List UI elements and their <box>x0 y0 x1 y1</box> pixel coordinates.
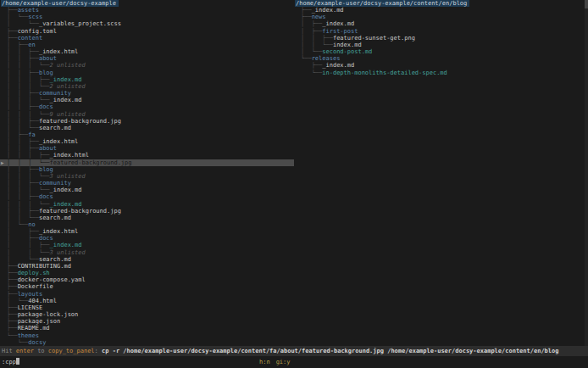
tree-row-3-unlisted[interactable]: │ │ │ └──3 unlisted <box>0 173 294 180</box>
tree-row-index-md[interactable]: │ │ │ └──_index.md <box>0 187 294 193</box>
node-label: themes <box>18 332 39 339</box>
tree-row-docs[interactable]: │ ├──docs <box>0 235 294 242</box>
tree-row-search-md[interactable]: │ │ └──search.md <box>0 125 294 131</box>
tree-row-index-md[interactable]: │ │ ├──_index.md <box>0 242 294 248</box>
tree-row-community[interactable]: │ │ ├──community <box>0 90 294 97</box>
tree-row-en[interactable]: │ ├──en <box>0 42 294 48</box>
tree-row-second-post-md[interactable]: │ └──second-post.md <box>294 48 585 55</box>
tree-row-featured-background-jpg[interactable]: │ │ ├──featured-background.jpg <box>0 208 294 215</box>
tree-row-404-html[interactable]: │ └──404.html <box>0 298 294 304</box>
node-label: _variables_project.scss <box>39 20 121 27</box>
tree-row-featured-background-jpg[interactable]: ▶│ │ │ └──featured-background.jpg <box>0 159 294 166</box>
tree-branch: ├── <box>301 7 312 14</box>
tree-branch: │ └── <box>7 20 39 27</box>
tree-row-index-html[interactable]: │ │ ├──_index.html <box>0 138 294 145</box>
tree-row-featured-background-jpg[interactable]: │ │ ├──featured-background.jpg <box>0 118 294 125</box>
status-command-preview: cp -r /home/example-user/docsy-example/c… <box>102 348 558 354</box>
tree-row-first-post[interactable]: │ ├──first-post <box>294 28 585 35</box>
tree-row-about[interactable]: │ │ ├──about <box>0 145 294 152</box>
node-label: _index.md <box>50 76 82 83</box>
tree-row-2-unlisted[interactable]: │ │ │ └──2 unlisted <box>0 62 294 69</box>
tree-row-releases[interactable]: └──releases <box>294 55 585 62</box>
tree-row-in-depth-monoliths-detailed-spec-md[interactable]: └──in-depth-monoliths-detailed-spec.md <box>294 70 585 76</box>
tree-branch: └── <box>301 70 322 76</box>
tree-row-layouts[interactable]: ├──layouts <box>0 291 294 298</box>
node-label: en <box>28 42 35 48</box>
tree-row-index-md[interactable]: │ │ │ └──_index.md <box>0 97 294 103</box>
left-panel-header: /home/example-user/docsy-example <box>0 0 294 7</box>
tree-row-news[interactable]: ├──news <box>294 14 585 20</box>
tree-row-package-lock-json[interactable]: ├──package-lock.json <box>0 311 294 318</box>
tree-branch: │ │ │ └── <box>7 97 50 103</box>
tree-row-docker-compose-yaml[interactable]: ├──docker-compose.yaml <box>0 276 294 283</box>
node-label: 3 unlisted <box>50 173 86 180</box>
tree-row-index-html[interactable]: │ │ ├──_index.html <box>0 48 294 55</box>
tree-row-index-md[interactable]: ├──_index.md <box>294 62 585 69</box>
right-panel-tree: /home/example-user/docsy-example/content… <box>294 0 585 76</box>
tree-branch: │ │ └── <box>7 215 39 221</box>
tree-row-blog[interactable]: │ │ ├──blog <box>0 70 294 76</box>
tree-row-about[interactable]: │ │ ├──about <box>0 55 294 62</box>
tree-row-index-md[interactable]: │ ├──_index.md <box>294 20 585 27</box>
node-label: _index.md <box>322 62 354 69</box>
tree-row-index-md[interactable]: ├──_index.md <box>294 7 585 14</box>
node-label: second-post.md <box>322 48 372 55</box>
node-label: news <box>312 14 326 20</box>
tree-row-content[interactable]: ├──content <box>0 35 294 42</box>
tree-row-dockerfile[interactable]: ├──Dockerfile <box>0 283 294 290</box>
tree-row-featured-sunset-get-png[interactable]: │ │ ├──featured-sunset-get.png <box>294 35 585 42</box>
tree-row-blog[interactable]: │ │ ├──blog <box>0 166 294 173</box>
tree-row-assets[interactable]: ├──assets <box>0 7 294 14</box>
tree-branch: │ └── <box>301 48 322 55</box>
tree-row-index-md[interactable]: │ │ └──index.md <box>294 42 585 48</box>
left-panel-path: /home/example-user/docsy-example <box>1 0 119 7</box>
tree-row-fa[interactable]: │ ├──fa <box>0 131 294 138</box>
tree-row-search-md[interactable]: │ │ └──search.md <box>0 215 294 221</box>
node-label: content <box>18 35 43 42</box>
tree-branch: │ │ ├── <box>7 90 39 97</box>
tree-branch: │ │ │ └── <box>7 159 50 166</box>
tree-branch: │ │ │ └── <box>7 187 50 193</box>
tree-row-package-json[interactable]: ├──package.json <box>0 318 294 325</box>
node-label: featured-sunset-get.png <box>333 35 415 42</box>
tree-row-docs[interactable]: │ │ ├──docs <box>0 193 294 200</box>
tree-row-config-toml[interactable]: ├──config.toml <box>0 28 294 35</box>
tree-branch: ├── <box>7 28 18 35</box>
node-label: docs <box>39 103 53 110</box>
tree-row-variables-project-scss[interactable]: │ └──_variables_project.scss <box>0 20 294 27</box>
tree-row-index-html[interactable]: │ │ │ ├──_index.html <box>0 152 294 159</box>
tree-row-docs[interactable]: │ │ ├──docs <box>0 103 294 110</box>
tree-branch: │ └── <box>7 298 28 304</box>
tree-row-deploy-sh[interactable]: ├──deploy.sh <box>0 270 294 276</box>
node-label: about <box>39 145 57 152</box>
tree-row-community[interactable]: │ │ ├──community <box>0 180 294 187</box>
tree-row-license[interactable]: ├──LICENSE <box>0 304 294 311</box>
command-input[interactable]: :cpp <box>0 356 296 368</box>
tree-row-contributing-md[interactable]: ├──CONTRIBUTING.md <box>0 263 294 270</box>
tree-row-9-unlisted[interactable]: │ │ │ └──9 unlisted <box>0 111 294 118</box>
tree-branch: │ │ ├── <box>7 70 39 76</box>
tree-row-3-unlisted[interactable]: │ │ └──3 unlisted <box>0 249 294 256</box>
node-label: 3 unlisted <box>50 249 86 256</box>
tree-branch: ├── <box>7 325 18 332</box>
tree-row-2-unlisted[interactable]: │ │ │ └──2 unlisted <box>0 83 294 90</box>
node-label: _index.md <box>312 7 344 14</box>
tree-branch: │ ├── <box>7 131 28 138</box>
tree-branch: │ │ ├── <box>7 103 39 110</box>
tree-row-scss[interactable]: │ └──scss <box>0 14 294 20</box>
tree-row-index-md[interactable]: │ │ │ ├──_index.md <box>0 76 294 83</box>
tree-row-readme-md[interactable]: ├──README.md <box>0 325 294 332</box>
tree-branch: │ │ │ ├── <box>7 152 50 159</box>
node-label: about <box>39 55 57 62</box>
node-label: 404.html <box>28 298 57 304</box>
tree-row-index-html[interactable]: │ ├──_index.html <box>0 228 294 235</box>
scrollbar-track[interactable] <box>585 0 588 346</box>
tree-row-search-md[interactable]: │ └──search.md <box>0 256 294 263</box>
tree-row-docsy[interactable]: └──docsy <box>0 339 294 346</box>
scrollbar-thumb[interactable] <box>585 0 588 8</box>
tree-row-themes[interactable]: └──themes <box>0 332 294 339</box>
status-hint-to: to <box>34 348 48 354</box>
tree-row-index-md[interactable]: │ │ │ └──_index.md <box>0 201 294 208</box>
left-panel-tree: /home/example-user/docsy-example ├──asse… <box>0 0 294 346</box>
tree-row-no[interactable]: │ └──no <box>0 221 294 228</box>
